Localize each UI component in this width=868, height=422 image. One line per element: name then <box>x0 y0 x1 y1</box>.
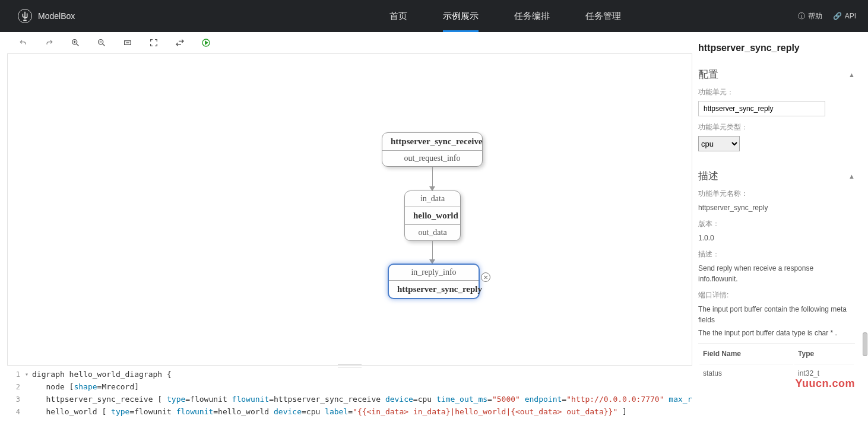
fullscreen-button[interactable] <box>148 37 159 48</box>
api-link[interactable]: 🔗 API <box>833 12 856 20</box>
nav-orchestration[interactable]: 任务编排 <box>496 0 568 32</box>
app-header: ModelBox 首页 示例展示 任务编排 任务管理 ⓘ 帮助 🔗 API <box>0 0 868 32</box>
flow-canvas[interactable]: httpserver_sync_receive out_request_info… <box>7 53 692 366</box>
label-port-detail: 端口详情: <box>698 290 855 300</box>
nav-examples[interactable]: 示例展示 <box>425 0 496 32</box>
logo-text: ModelBox <box>38 11 75 21</box>
node-out-port[interactable]: out_data <box>405 225 460 240</box>
node-title: hello_world <box>405 207 460 224</box>
nav-management[interactable]: 任务管理 <box>568 0 639 32</box>
delete-node-button[interactable]: ✕ <box>481 272 490 282</box>
help-link[interactable]: ⓘ 帮助 <box>798 11 822 21</box>
zoom-in-button[interactable] <box>70 37 81 48</box>
line-number: 4 <box>7 408 25 416</box>
line-number: 3 <box>7 395 25 404</box>
node-title: httpserver_sync_reply <box>389 281 479 298</box>
node-in-port[interactable]: in_reply_info <box>389 265 479 280</box>
fit-button[interactable] <box>122 37 133 48</box>
section-config-header[interactable]: 配置 ▲ <box>698 68 855 81</box>
table-header: Field Name <box>699 345 793 363</box>
label-version: 版本： <box>698 219 855 229</box>
nav-home[interactable]: 首页 <box>372 0 425 32</box>
value-port-detail-2: The the input port buffer data type is c… <box>698 328 855 338</box>
main-nav: 首页 示例展示 任务编排 任务管理 <box>372 0 639 32</box>
scrollbar-thumb[interactable] <box>863 332 867 356</box>
undo-button[interactable] <box>18 37 28 48</box>
swap-button[interactable] <box>175 37 185 48</box>
redo-button[interactable] <box>44 37 55 48</box>
code-text: hello_world [ type=flowunit flowunit=hel… <box>32 407 627 416</box>
label-flowunit-name: 功能单元名称： <box>698 189 855 199</box>
label-flowunit: 功能单元： <box>698 87 855 97</box>
node-out-port[interactable]: out_request_info <box>382 151 482 166</box>
line-number: 2 <box>7 383 25 391</box>
label-desc: 描述： <box>698 249 855 259</box>
chevron-up-icon: ▲ <box>848 71 855 78</box>
chevron-up-icon: ▲ <box>848 173 855 180</box>
code-text: node [shape=Mrecord] <box>32 382 139 391</box>
run-button[interactable] <box>201 37 211 48</box>
properties-panel: httpserver_sync_reply 配置 ▲ 功能单元： 功能单元类型：… <box>692 32 861 422</box>
edge[interactable] <box>432 240 433 261</box>
vertical-resize-handle[interactable] <box>7 363 692 368</box>
logo[interactable]: ModelBox <box>0 9 75 23</box>
help-label: 帮助 <box>808 11 822 21</box>
link-icon: 🔗 <box>833 12 842 20</box>
node-title: httpserver_sync_receive <box>382 133 482 150</box>
node-hello-world[interactable]: in_data hello_world out_data <box>404 191 461 241</box>
value-flowunit-name: httpserver_sync_reply <box>698 202 855 213</box>
value-port-detail-1: The input port buffer contain the follow… <box>698 304 855 325</box>
panel-title: httpserver_sync_reply <box>698 43 855 53</box>
node-httpserver-sync-reply[interactable]: in_reply_info httpserver_sync_reply <box>388 264 480 299</box>
watermark: Yuucn.com <box>795 377 855 390</box>
edge[interactable] <box>432 166 433 188</box>
node-in-port[interactable]: in_data <box>405 191 460 207</box>
value-desc: Send reply when receive a response info.… <box>698 263 855 284</box>
table-header: Type <box>794 345 854 363</box>
fold-icon[interactable]: ▾ <box>25 371 32 377</box>
api-label: API <box>845 12 856 20</box>
line-number: 1 <box>7 370 25 379</box>
section-desc-header[interactable]: 描述 ▲ <box>698 169 855 183</box>
header-right: ⓘ 帮助 🔗 API <box>798 11 868 21</box>
label-flowunit-type: 功能单元类型： <box>698 122 855 132</box>
node-httpserver-sync-receive[interactable]: httpserver_sync_receive out_request_info <box>382 132 483 167</box>
section-label: 描述 <box>698 169 718 183</box>
zoom-out-button[interactable] <box>96 37 107 48</box>
cactus-icon <box>18 9 32 23</box>
section-label: 配置 <box>698 68 718 81</box>
table-cell: status <box>699 364 793 382</box>
flowunit-input[interactable] <box>698 101 825 116</box>
code-text: digraph hello_world_diagraph { <box>32 370 172 379</box>
value-version: 1.0.0 <box>698 233 855 243</box>
flowunit-type-select[interactable]: cpu <box>698 136 740 151</box>
help-icon: ⓘ <box>798 11 805 21</box>
